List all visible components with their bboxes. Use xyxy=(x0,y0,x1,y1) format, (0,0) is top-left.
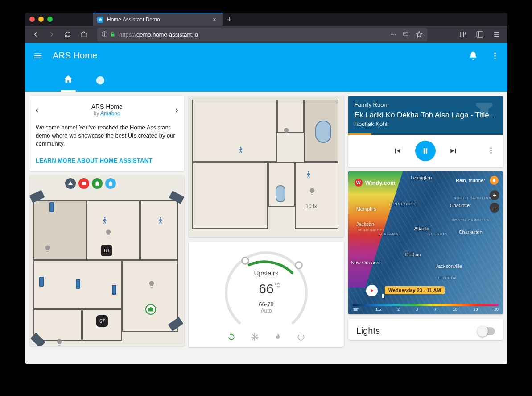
motion-icon[interactable] xyxy=(305,170,313,179)
weather-time-badge: Wednesday 23 - 11 AM xyxy=(385,286,445,294)
svg-point-3 xyxy=(494,55,495,56)
weather-brand[interactable]: W Windy.com xyxy=(355,179,396,187)
thermostat-name: Upstairs xyxy=(254,269,278,277)
page-title: ARS Home xyxy=(53,50,97,61)
scale-tick: 2 xyxy=(397,307,400,312)
thermostat-badge[interactable]: 66 xyxy=(101,245,112,256)
svg-point-12 xyxy=(491,150,492,151)
scene-icon-2[interactable] xyxy=(78,178,89,189)
map-city: Charlotte xyxy=(450,203,470,208)
thermostat-range: 66-79 xyxy=(259,301,273,308)
welcome-card: ‹ ARS Home by Arsaboo › Welcome home! Yo… xyxy=(29,96,184,171)
weather-map-card[interactable]: W Windy.com Rain, thunder + − Lexington … xyxy=(348,171,503,314)
nav-forward-button xyxy=(45,27,59,42)
floorplan-main-card[interactable]: 66 67 xyxy=(29,175,184,346)
map-city: Lexington xyxy=(411,175,432,180)
app-viewport: ARS Home ‹ xyxy=(25,43,507,364)
dashboard-grid: ‹ ARS Home by Arsaboo › Welcome home! Yo… xyxy=(25,92,507,364)
sidebar-menu-button[interactable] xyxy=(33,51,45,61)
lux-label: 10 lx xyxy=(305,203,317,209)
light-icon[interactable] xyxy=(282,127,290,135)
scene-icon-1[interactable] xyxy=(65,178,76,189)
motion-icon[interactable] xyxy=(157,216,165,225)
thermostat-mode: Auto xyxy=(261,308,272,314)
overflow-menu-icon[interactable] xyxy=(491,51,499,60)
page-actions-icon[interactable]: ⋯ xyxy=(390,31,396,38)
door-icon[interactable] xyxy=(39,277,44,287)
map-state: FLORIDA xyxy=(438,276,457,280)
site-info-icon[interactable]: ⓘ xyxy=(102,30,107,38)
weather-layer-label[interactable]: Rain, thunder xyxy=(456,178,485,183)
light-icon[interactable] xyxy=(104,229,112,237)
map-city: Charleston xyxy=(459,229,483,235)
new-tab-button[interactable]: + xyxy=(223,15,236,24)
browser-tab[interactable]: Home Assistant Demo × xyxy=(93,13,223,26)
thermostat-current: 66 xyxy=(259,281,273,296)
window-minimize[interactable] xyxy=(38,17,44,22)
media-more-icon[interactable] xyxy=(487,146,495,154)
svg-point-2 xyxy=(494,52,495,54)
map-city: Jackson xyxy=(356,221,374,227)
garage-icon[interactable] xyxy=(145,304,156,315)
motion-icon[interactable] xyxy=(101,216,109,225)
lock-icon xyxy=(110,32,115,37)
light-icon[interactable] xyxy=(55,338,63,346)
learn-more-link[interactable]: LEARN MORE ABOUT HOME ASSISTANT xyxy=(36,157,178,164)
svg-point-9 xyxy=(240,147,242,148)
sidebar-toggle-icon[interactable] xyxy=(473,27,487,42)
map-state: SOUTH CAROLINA xyxy=(452,218,490,222)
scene-icon-4[interactable] xyxy=(105,178,116,189)
nav-reload-button[interactable] xyxy=(61,27,75,42)
weather-timeline[interactable]: Wednesday 23 - 11 AM xyxy=(366,285,498,296)
scale-unit: mm xyxy=(353,307,359,312)
light-icon[interactable] xyxy=(148,280,156,288)
lights-toggle[interactable] xyxy=(477,327,495,335)
media-artist: Rochak Kohli xyxy=(355,121,497,127)
url-bar[interactable]: ⓘ https:// demo.home-assistant.io ⋯ xyxy=(97,28,427,41)
thermostat-card[interactable]: Upstairs 66°C 66-79 Auto xyxy=(189,242,343,347)
light-icon[interactable] xyxy=(44,245,52,253)
motion-icon[interactable] xyxy=(237,145,245,155)
scale-tick: 1.5 xyxy=(375,307,381,312)
app-menu-icon[interactable] xyxy=(490,27,504,42)
map-city: Dothan xyxy=(405,252,421,257)
media-next-button[interactable] xyxy=(449,146,458,155)
light-icon[interactable] xyxy=(308,188,316,196)
floorplan-upstairs-card[interactable]: 10 lx xyxy=(189,96,343,237)
weather-brand-label: Windy.com xyxy=(365,179,396,186)
reader-mode-icon[interactable] xyxy=(402,31,409,38)
nav-home-button[interactable] xyxy=(77,27,91,42)
weather-play-button[interactable] xyxy=(366,285,378,296)
media-prev-button[interactable] xyxy=(393,146,402,155)
welcome-title: ARS Home xyxy=(91,103,123,110)
svg-rect-1 xyxy=(477,32,483,37)
notifications-icon[interactable] xyxy=(468,51,478,61)
welcome-next-icon[interactable]: › xyxy=(175,105,178,115)
svg-point-7 xyxy=(104,217,106,218)
floorplan-icon-row xyxy=(65,178,116,189)
map-city: Jacksonville xyxy=(436,263,462,269)
door-icon[interactable] xyxy=(76,279,80,289)
weather-layer-icon[interactable] xyxy=(490,176,499,185)
door-icon[interactable] xyxy=(112,285,116,295)
door-icon[interactable] xyxy=(49,202,54,212)
media-pause-button[interactable] xyxy=(415,141,436,161)
thermostat-badge[interactable]: 67 xyxy=(96,315,108,327)
welcome-body: Welcome home! You've reached the Home As… xyxy=(36,124,178,148)
tab-home[interactable] xyxy=(61,68,76,92)
window-maximize[interactable] xyxy=(47,17,53,22)
tab-info[interactable] xyxy=(93,69,108,92)
window-close[interactable] xyxy=(29,17,35,22)
scale-tick: 20 xyxy=(474,307,478,312)
nav-back-button[interactable] xyxy=(29,27,43,42)
scale-tick: 7 xyxy=(434,307,437,312)
library-icon[interactable] xyxy=(456,27,470,42)
scale-tick: 3 xyxy=(416,307,418,312)
welcome-author-link[interactable]: Arsaboo xyxy=(100,110,120,117)
bookmark-star-icon[interactable] xyxy=(416,31,423,38)
scene-icon-3[interactable] xyxy=(92,178,103,189)
zoom-out-button[interactable]: − xyxy=(490,203,499,213)
welcome-prev-icon[interactable]: ‹ xyxy=(36,105,38,115)
svg-point-10 xyxy=(308,171,309,173)
tab-close-icon[interactable]: × xyxy=(213,16,216,23)
